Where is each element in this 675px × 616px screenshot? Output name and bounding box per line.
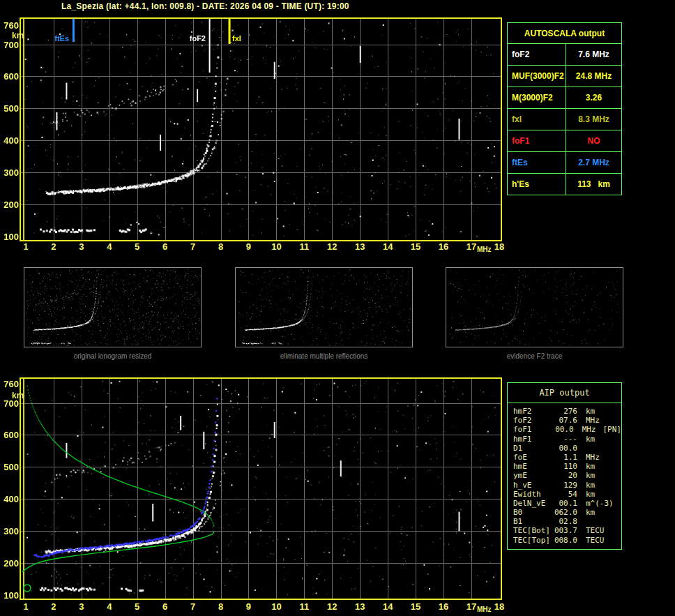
y-tick-label: 600: [0, 430, 19, 440]
x-tick-label: 4: [101, 241, 118, 252]
param-label: M(3000)F2: [508, 87, 566, 108]
y-tick-label: 200: [0, 200, 19, 210]
x-tick-label: 18: [491, 241, 508, 252]
x-tick-label: 7: [185, 601, 202, 612]
aip-row-hme: hmE110km: [513, 462, 621, 471]
aip-row-hmf2: hmF2276km: [513, 407, 621, 416]
param-value: 2.7 MHz: [566, 152, 621, 173]
x-tick-label: 6: [157, 241, 174, 252]
table-row-hes: h'Es 113 km: [508, 173, 621, 195]
aip-row-d1: D100.0: [513, 444, 621, 453]
table-row-fof1: foF1 NO: [508, 130, 621, 151]
y-axis-unit-label: km: [12, 31, 24, 40]
aip-ionogram-canvas: [20, 377, 502, 600]
fxi-marker-label: fxI: [232, 34, 253, 43]
autoscala-output-table: AUTOSCALA output foF2 7.6 MHz MUF(3000)F…: [507, 22, 622, 195]
y-tick-label: 500: [0, 462, 19, 472]
thumbnail-evidence-f2-trace: [446, 267, 623, 347]
x-tick-label: 12: [324, 241, 340, 252]
aip-row-tecbot: TEC[Bot]003.7TECU: [513, 526, 621, 535]
y-tick-label: 760: [0, 20, 19, 31]
aip-row-yme: ymE20km: [513, 471, 621, 480]
x-tick-label: 4: [101, 601, 118, 612]
x-tick-label: 10: [268, 601, 285, 612]
x-tick-label: 18: [491, 601, 508, 612]
page-title: La_Spezia (lat: +44.1, lon: 009.8) - DAT…: [61, 1, 349, 11]
table-row-fof2: foF2 7.6 MHz: [508, 43, 621, 65]
thumbnail-original-ionogram: [24, 267, 202, 347]
y-tick-label: 760: [0, 379, 19, 389]
aip-table-title: AIP output: [508, 383, 621, 403]
param-value: 7.6 MHz: [566, 44, 621, 65]
param-value: NO: [566, 130, 621, 151]
y-tick-label: 100: [0, 232, 19, 242]
table-row-fxi: fxI 8.3 MHz: [508, 108, 621, 130]
aip-row-b0: B0062.0km: [513, 508, 621, 517]
aip-row-tectop: TEC[Top]008.0TECU: [513, 536, 621, 545]
x-tick-label: 11: [296, 601, 312, 612]
x-tick-label: 3: [73, 241, 90, 252]
y-tick-label: 600: [0, 71, 19, 82]
x-tick-label: 14: [379, 601, 396, 612]
x-tick-label: 1: [17, 601, 34, 612]
x-tick-label: 2: [45, 241, 62, 252]
x-tick-label: 15: [407, 241, 424, 252]
y-tick-label: 700: [0, 40, 19, 50]
param-label: h'Es: [508, 174, 566, 195]
x-tick-label: 10: [268, 241, 285, 252]
aip-output-table: AIP output hmF2276km foF207.6MHz foF100.…: [507, 382, 622, 550]
x-tick-label: 15: [407, 601, 424, 612]
aip-row-foe: foE1.1MHz: [513, 453, 621, 462]
x-tick-label: 1: [17, 241, 34, 252]
fof2-marker-label: foF2: [179, 34, 206, 43]
x-tick-label: 11: [296, 241, 312, 252]
aip-row-ewidth: Ewidth54km: [513, 490, 621, 499]
param-label: ftEs: [508, 152, 566, 173]
y-tick-label: 200: [0, 558, 19, 569]
x-tick-label: 5: [129, 241, 146, 252]
x-tick-label: 3: [73, 601, 90, 612]
param-value: 8.3 MHz: [566, 109, 621, 130]
x-tick-label: 9: [240, 601, 257, 612]
y-tick-label: 400: [0, 135, 19, 146]
x-tick-label: 13: [351, 241, 368, 252]
param-label: foF2: [508, 44, 566, 65]
y-tick-label: 100: [0, 590, 19, 601]
x-axis-unit-label: MHz: [477, 606, 492, 613]
main-ionogram-canvas: [20, 17, 502, 241]
x-tick-label: 16: [435, 241, 452, 252]
x-tick-label: 2: [45, 601, 62, 612]
x-tick-label: 9: [240, 241, 257, 252]
param-value: 24.8 MHz: [566, 66, 621, 87]
autoscala-table-title: AUTOSCALA output: [508, 23, 621, 43]
x-tick-label: 14: [379, 241, 396, 252]
x-tick-label: 6: [157, 601, 174, 612]
param-label: fxI: [508, 109, 566, 130]
x-tick-label: 5: [129, 601, 146, 612]
y-tick-label: 500: [0, 103, 19, 114]
x-tick-label: 12: [324, 601, 340, 612]
aip-row-hmf1: hmF1---km: [513, 435, 621, 444]
table-row-ftes: ftEs 2.7 MHz: [508, 151, 621, 173]
x-axis-unit-label: MHz: [477, 246, 492, 253]
y-tick-label: 300: [0, 167, 19, 178]
aip-table-body: hmF2276km foF207.6MHz foF100.0MHz[PN] hm…: [508, 403, 621, 549]
y-tick-label: 300: [0, 526, 19, 536]
thumbnail-caption: original ionogram resized: [24, 352, 201, 360]
thumbnail-eliminate-reflections: [235, 267, 413, 347]
x-tick-label: 7: [185, 241, 202, 252]
table-row-muf3000f2: MUF(3000)F2 24.8 MHz: [508, 65, 621, 87]
table-row-m3000f2: M(3000)F2 3.26: [508, 87, 621, 108]
param-value: 113 km: [566, 174, 621, 195]
aip-row-delnve: DelN_vE00.1m^(-3): [513, 499, 621, 508]
aip-row-fof2: foF207.6MHz: [513, 416, 621, 425]
thumbnail-caption: eliminate multiple reflections: [236, 352, 412, 360]
aip-row-fof1: foF100.0MHz[PN]: [513, 425, 621, 434]
aip-row-hve: h_vE129km: [513, 481, 621, 490]
thumbnail-caption: evidence F2 trace: [446, 352, 623, 360]
x-tick-label: 8: [213, 601, 229, 612]
param-value: 3.26: [566, 87, 621, 108]
x-tick-label: 16: [435, 601, 452, 612]
x-tick-label: 8: [213, 241, 229, 252]
param-label: MUF(3000)F2: [508, 66, 566, 87]
